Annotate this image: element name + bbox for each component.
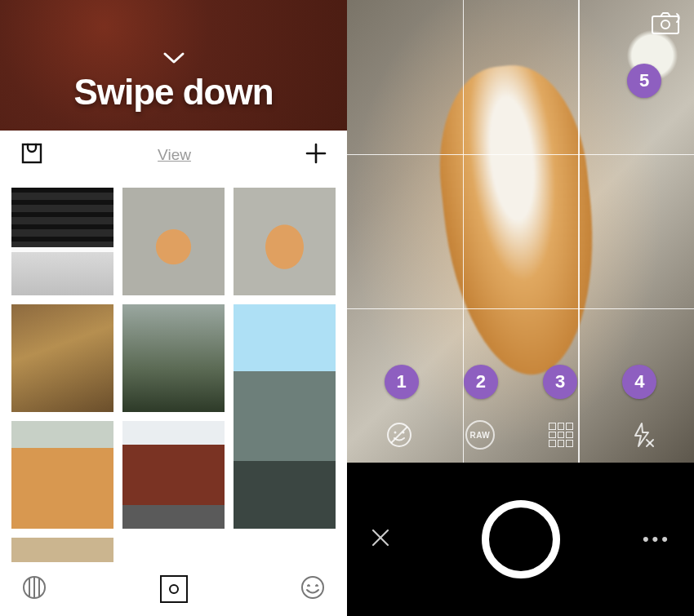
annotation-badge-4: 4 <box>622 365 656 399</box>
add-icon[interactable] <box>305 142 327 168</box>
svg-point-7 <box>302 577 323 598</box>
close-icon[interactable] <box>370 527 391 552</box>
filter-presets-icon[interactable] <box>21 574 47 604</box>
library-panel: Swipe down View <box>0 0 347 616</box>
shutter-button[interactable] <box>482 500 560 578</box>
smile-icon[interactable] <box>300 574 326 604</box>
library-bottom-bar <box>0 562 347 616</box>
annotation-badge-5: 5 <box>627 64 661 98</box>
svg-rect-8 <box>652 16 678 33</box>
hero-banner[interactable]: Swipe down <box>0 0 347 131</box>
photo-thumb[interactable] <box>122 188 225 295</box>
photo-thumb[interactable] <box>234 188 336 295</box>
camera-panel: 5 1 2 3 4 RAW <box>347 0 694 616</box>
photo-thumb[interactable] <box>11 421 113 529</box>
annotation-badge-1: 1 <box>385 365 419 399</box>
view-link[interactable]: View <box>158 146 191 164</box>
camera-icon[interactable] <box>160 575 188 603</box>
svg-marker-14 <box>635 423 648 446</box>
raw-label: RAW <box>465 420 495 450</box>
more-icon[interactable]: ••• <box>643 529 671 550</box>
flash-off-icon[interactable] <box>625 419 658 451</box>
svg-rect-0 <box>23 144 41 162</box>
photo-thumb[interactable] <box>234 304 336 529</box>
chevron-down-icon <box>162 51 186 69</box>
photo-thumb[interactable] <box>11 538 113 562</box>
bag-icon[interactable] <box>20 141 44 169</box>
switch-camera-icon[interactable] <box>650 11 681 36</box>
svg-point-11 <box>394 432 396 434</box>
photo-thumb[interactable] <box>11 188 113 295</box>
photo-grid <box>0 179 347 562</box>
hero-title: Swipe down <box>73 72 273 113</box>
photo-thumb[interactable] <box>11 304 113 412</box>
viewfinder-subject <box>429 59 608 383</box>
annotation-badge-2: 2 <box>464 365 498 399</box>
photo-thumb[interactable] <box>122 304 225 412</box>
svg-point-9 <box>661 20 670 29</box>
face-detect-icon[interactable] <box>383 419 416 451</box>
library-toolbar: View <box>0 131 347 179</box>
camera-lens-icon <box>169 584 179 594</box>
annotation-badge-3: 3 <box>543 365 577 399</box>
camera-option-row: RAW <box>347 419 694 451</box>
camera-bottom-bar: ••• <box>347 463 694 616</box>
annotation-badge-row: 1 2 3 4 <box>347 365 694 399</box>
raw-icon[interactable]: RAW <box>464 419 496 451</box>
camera-viewfinder[interactable]: 5 1 2 3 4 RAW <box>347 0 694 463</box>
grid-icon[interactable] <box>545 419 577 451</box>
photo-thumb[interactable] <box>122 421 225 529</box>
